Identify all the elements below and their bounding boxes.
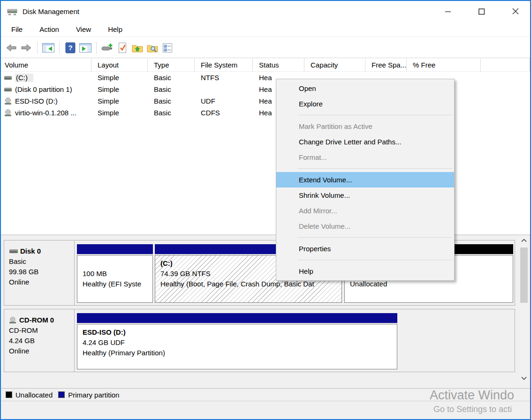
disk-status: Online xyxy=(9,277,71,287)
menu-item-help[interactable]: Help xyxy=(276,263,454,279)
close-icon xyxy=(512,8,519,15)
menu-item-open[interactable]: Open xyxy=(276,81,454,96)
cdrom-0-row: CD-ROM 0 CD-ROM 4.24 GB Online ESD-ISO (… xyxy=(4,309,515,372)
cd-drive-icon xyxy=(9,317,17,324)
file-system-value: UDF xyxy=(195,97,253,105)
menu-item-mark-partition-active: Mark Partition as Active xyxy=(276,119,454,134)
layout-value: Simple xyxy=(91,97,148,105)
partition-color-bar xyxy=(77,244,153,254)
menu-item-format: Format... xyxy=(276,150,454,165)
maximize-button[interactable] xyxy=(476,6,488,18)
scrollbar-thumb[interactable] xyxy=(520,248,528,303)
primary-partition-swatch xyxy=(58,391,65,398)
forward-button[interactable] xyxy=(19,41,33,55)
scroll-down-button[interactable] xyxy=(520,374,528,382)
type-value: Basic xyxy=(148,85,195,93)
file-system-value: CDFS xyxy=(195,109,253,117)
legend-bar: Unallocated Primary partition xyxy=(1,388,530,401)
toolbar-separator xyxy=(37,42,38,54)
drive-icon xyxy=(9,248,18,254)
volume-context-menu: Open Explore Mark Partition as Active Ch… xyxy=(276,79,455,281)
rescan-device-button[interactable] xyxy=(100,41,114,55)
folder-search-button[interactable] xyxy=(145,41,159,55)
column-header-volume[interactable]: Volume xyxy=(1,59,91,72)
chevron-up-icon xyxy=(521,239,527,242)
disk-0-label[interactable]: Disk 0 Basic 99.98 GB Online xyxy=(4,240,75,305)
column-header-file-system[interactable]: File System xyxy=(195,59,253,72)
layout-value: Simple xyxy=(91,109,148,117)
partition-esd-iso[interactable]: ESD-ISO (D:) 4.24 GB UDF Healthy (Primar… xyxy=(77,313,397,369)
partition-color-bar xyxy=(77,313,397,323)
partition-title: ESD-ISO (D:) xyxy=(83,327,397,338)
partition-status: Healthy (EFI Syste xyxy=(83,279,152,289)
close-button[interactable] xyxy=(509,6,522,18)
toolbar-separator xyxy=(59,42,60,54)
menu-item-explore[interactable]: Explore xyxy=(276,96,454,112)
menu-item-change-drive-letter[interactable]: Change Drive Letter and Paths... xyxy=(276,134,454,150)
toolbar: ? xyxy=(1,38,530,58)
type-value: Basic xyxy=(148,97,195,105)
column-header-type[interactable]: Type xyxy=(148,59,195,72)
menu-file[interactable]: File xyxy=(9,24,24,35)
column-header-free-space[interactable]: Free Spa... xyxy=(365,59,407,72)
partition-status: Healthy (Primary Partition) xyxy=(83,348,397,358)
column-header-empty xyxy=(481,59,530,72)
legend-label: Unallocated xyxy=(15,391,53,399)
volume-name: (Disk 0 partition 1) xyxy=(15,85,72,93)
column-header-status[interactable]: Status xyxy=(253,59,304,72)
legend-label: Primary partition xyxy=(68,391,119,399)
checklist-icon xyxy=(162,43,173,53)
help-button[interactable]: ? xyxy=(63,41,77,55)
check-document-button[interactable] xyxy=(115,41,129,55)
show-console-tree-button[interactable] xyxy=(41,41,55,55)
drive-icon xyxy=(4,75,12,81)
menu-separator xyxy=(298,115,452,115)
menu-item-shrink-volume[interactable]: Shrink Volume... xyxy=(276,188,454,203)
volume-name: ESD-ISO (D:) xyxy=(15,97,58,105)
partition-efi-system[interactable]: 100 MB Healthy (EFI Syste xyxy=(77,244,153,303)
cd-drive-icon xyxy=(4,109,12,117)
cdrom-0-label[interactable]: CD-ROM 0 CD-ROM 4.24 GB Online xyxy=(4,309,75,372)
disk-name: Disk 0 xyxy=(20,246,41,256)
disk-status: Online xyxy=(9,346,71,356)
status-bar xyxy=(1,401,530,419)
partition-size: 100 MB xyxy=(83,269,152,279)
volume-name: virtio-win-0.1.208 ... xyxy=(15,109,76,117)
layout-value: Simple xyxy=(91,85,148,93)
vertical-scrollbar[interactable] xyxy=(520,236,528,382)
folder-up-button[interactable] xyxy=(130,41,144,55)
column-header-layout[interactable]: Layout xyxy=(91,59,148,72)
action-pane-window-icon xyxy=(79,43,91,52)
menu-help[interactable]: Help xyxy=(106,24,124,35)
scroll-up-button[interactable] xyxy=(520,236,528,245)
menu-item-delete-volume: Delete Volume... xyxy=(276,218,454,234)
disk-kind: Basic xyxy=(9,256,71,267)
menu-action[interactable]: Action xyxy=(38,24,61,35)
file-system-value: NTFS xyxy=(195,74,253,82)
svg-text:?: ? xyxy=(68,44,72,52)
check-document-icon xyxy=(118,42,127,53)
legend-primary-partition: Primary partition xyxy=(58,391,119,399)
back-button[interactable] xyxy=(4,41,18,55)
type-value: Basic xyxy=(148,74,195,82)
folder-up-icon xyxy=(132,43,143,52)
folder-search-icon xyxy=(147,43,158,52)
legend-unallocated: Unallocated xyxy=(6,391,53,399)
menu-item-properties[interactable]: Properties xyxy=(276,241,454,256)
minimize-button[interactable] xyxy=(442,6,454,18)
menu-item-extend-volume[interactable]: Extend Volume... xyxy=(276,172,454,188)
disk-management-app-icon xyxy=(7,7,18,16)
checklist-button[interactable] xyxy=(160,41,174,55)
column-header-capacity[interactable]: Capacity xyxy=(304,59,365,72)
show-action-pane-button[interactable] xyxy=(78,41,92,55)
menu-view[interactable]: View xyxy=(74,24,93,35)
menu-separator xyxy=(298,260,452,260)
volume-list-header: Volume Layout Type File System Status Ca… xyxy=(1,59,530,72)
column-header-percent-free[interactable]: % Free xyxy=(407,59,481,72)
console-tree-window-icon xyxy=(42,43,54,52)
disk-name: CD-ROM 0 xyxy=(19,315,54,325)
minimize-icon xyxy=(445,8,451,15)
help-icon: ? xyxy=(65,42,76,53)
volume-name: (C:) xyxy=(15,74,33,82)
menu-bar: File Action View Help xyxy=(1,22,530,37)
